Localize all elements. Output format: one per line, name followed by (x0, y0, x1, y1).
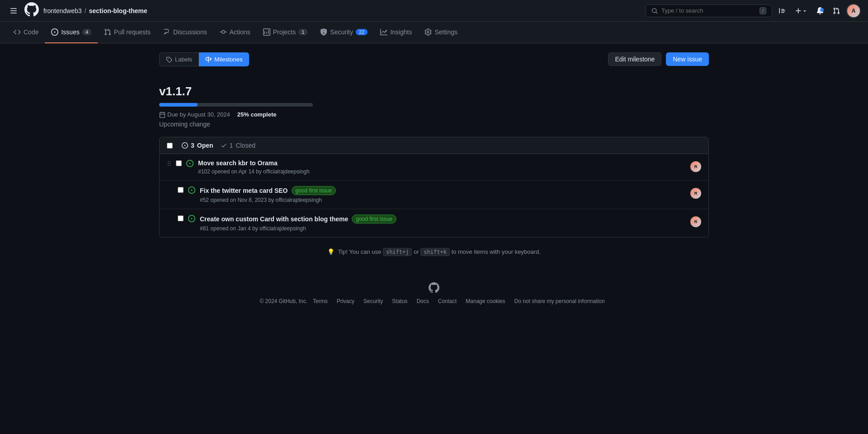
milestones-tab[interactable]: Milestones (199, 52, 249, 66)
pull-requests-nav-btn[interactable] (830, 5, 843, 16)
nav-actions[interactable]: Actions (213, 22, 257, 43)
nav-discussions[interactable]: Discussions (157, 22, 213, 43)
milestone-complete-percent: 25% complete (237, 111, 277, 118)
issues-header: 3 Open 1 Closed (160, 137, 708, 154)
label-good-first-issue-2[interactable]: good first issue (292, 186, 336, 195)
nav-prs-label: Pull requests (114, 28, 151, 36)
hamburger-menu[interactable] (7, 5, 20, 16)
issue-body-1: Move search kbr to Orama #102 opened on … (198, 159, 686, 175)
tip-text2: to move items with your keyboard. (451, 248, 540, 255)
select-all-checkbox[interactable] (167, 143, 173, 149)
command-palette-btn[interactable] (776, 5, 788, 16)
issue-avatar-3: R (690, 216, 701, 227)
keyboard-tip: 💡 Tip! You can use shift+j or shift+k to… (159, 248, 709, 255)
nav-settings-label: Settings (434, 28, 458, 36)
nav-settings[interactable]: Settings (418, 22, 464, 43)
new-issue-btn[interactable]: New issue (666, 52, 709, 66)
edit-milestone-btn[interactable]: Edit milestone (608, 52, 661, 66)
label-good-first-issue-3[interactable]: good first issue (352, 215, 396, 224)
milestone-title: v1.1.7 (159, 84, 709, 98)
issue-checkbox-2[interactable] (178, 187, 184, 193)
nav-projects-label: Projects (273, 28, 296, 36)
footer-terms[interactable]: Terms (313, 298, 328, 304)
open-label: Open (197, 142, 213, 149)
milestone-meta: Due by August 30, 2024 25% complete (159, 111, 709, 118)
nav-actions-label: Actions (230, 28, 250, 36)
labels-tab-label: Labels (175, 56, 192, 63)
tip-icon: 💡 (327, 248, 335, 255)
issue-open-icon-2 (188, 187, 195, 196)
kbd-shift-k: shift+k (420, 248, 450, 256)
search-box[interactable]: / (646, 5, 772, 17)
repo-nav: Code Issues 4 Pull requests Discussions … (0, 22, 868, 43)
closed-issues-tab[interactable]: 1 Closed (221, 142, 255, 149)
avatar[interactable]: A (846, 4, 861, 18)
issue-title-link-3[interactable]: Create own custom Card with section blog… (200, 215, 348, 223)
top-actions: Edit milestone New issue (608, 52, 709, 66)
nav-security[interactable]: Security 22 (314, 22, 374, 43)
issue-open-icon (186, 160, 193, 169)
issue-meta-1: #102 opened on Apr 14 by officialrajdeep… (198, 168, 686, 175)
footer-copyright: © 2024 GitHub, Inc. (259, 298, 307, 304)
nav-discussions-label: Discussions (173, 28, 207, 36)
drag-handle[interactable]: ⠿ (167, 159, 171, 168)
search-shortcut: / (760, 7, 766, 14)
footer-status[interactable]: Status (392, 298, 407, 304)
issue-checkbox-3[interactable] (178, 215, 184, 221)
main-content: Labels Milestones Edit milestone New iss… (145, 43, 723, 264)
nav-code[interactable]: Code (7, 22, 45, 43)
notifications-btn[interactable] (814, 5, 826, 16)
notification-dot (820, 8, 824, 12)
nav-insights-label: Insights (390, 28, 412, 36)
nav-code-label: Code (24, 28, 38, 36)
table-row[interactable]: Fix the twitter meta card SEO good first… (160, 181, 708, 209)
footer-security[interactable]: Security (363, 298, 383, 304)
open-count: 3 (191, 142, 194, 149)
footer-links: © 2024 GitHub, Inc. Terms Privacy Securi… (7, 298, 861, 304)
footer-do-not-share[interactable]: Do not share my personal information (514, 298, 604, 304)
table-row[interactable]: Create own custom Card with section blog… (160, 209, 708, 237)
nav-projects[interactable]: Projects 1 (257, 22, 314, 43)
nav-security-label: Security (330, 28, 353, 36)
milestone-description: Upcoming change (159, 121, 709, 128)
milestone-tabs: Labels Milestones (159, 52, 249, 66)
milestone-due-label: Due by August 30, 2024 (167, 111, 230, 118)
open-issues-tab[interactable]: 3 Open (182, 142, 213, 149)
top-nav: frontendweb3 / section-blog-theme / (0, 0, 868, 22)
footer-logo (7, 282, 861, 294)
issue-body-3: Create own custom Card with section blog… (200, 215, 686, 232)
issue-title-link-2[interactable]: Fix the twitter meta card SEO (200, 187, 288, 194)
tip-or: or (414, 248, 420, 255)
notifications-wrapper (814, 5, 826, 16)
issue-open-icon-3 (188, 215, 195, 224)
issue-title-link-1[interactable]: Move search kbr to Orama (198, 159, 278, 167)
breadcrumb-repo[interactable]: section-blog-theme (89, 7, 147, 14)
progress-bar-container (159, 103, 313, 107)
footer-privacy[interactable]: Privacy (337, 298, 354, 304)
issues-container: 3 Open 1 Closed ⠿ (159, 137, 709, 238)
labels-tab[interactable]: Labels (159, 52, 199, 66)
milestone-details: v1.1.7 Due by August 30, 2024 25% comple… (159, 84, 709, 128)
tip-text: Tip! You can use (338, 248, 383, 255)
search-input[interactable] (661, 7, 756, 14)
issue-checkbox-1[interactable] (176, 160, 182, 166)
nav-issues[interactable]: Issues 4 (45, 22, 98, 43)
nav-issues-label: Issues (61, 28, 79, 36)
footer-docs[interactable]: Docs (416, 298, 429, 304)
issue-meta-2: #52 opened on Nov 8, 2023 by officialraj… (200, 197, 686, 203)
issue-title-1: Move search kbr to Orama (198, 159, 686, 167)
nav-pull-requests[interactable]: Pull requests (98, 22, 157, 43)
table-row[interactable]: ⠿ Move search kbr to Orama #102 opened o… (160, 154, 708, 181)
security-badge: 22 (356, 29, 368, 35)
footer-manage-cookies[interactable]: Manage cookies (466, 298, 505, 304)
closed-count: 1 (230, 142, 233, 149)
progress-fill (159, 103, 198, 107)
footer-contact[interactable]: Contact (438, 298, 457, 304)
create-btn[interactable] (792, 5, 810, 16)
github-logo[interactable] (24, 2, 39, 19)
issues-tabs: 3 Open 1 Closed (182, 142, 255, 149)
closed-label: Closed (236, 142, 255, 149)
breadcrumb-org[interactable]: frontendweb3 (43, 7, 82, 14)
nav-insights[interactable]: Insights (374, 22, 418, 43)
issue-avatar-2: R (690, 188, 701, 199)
